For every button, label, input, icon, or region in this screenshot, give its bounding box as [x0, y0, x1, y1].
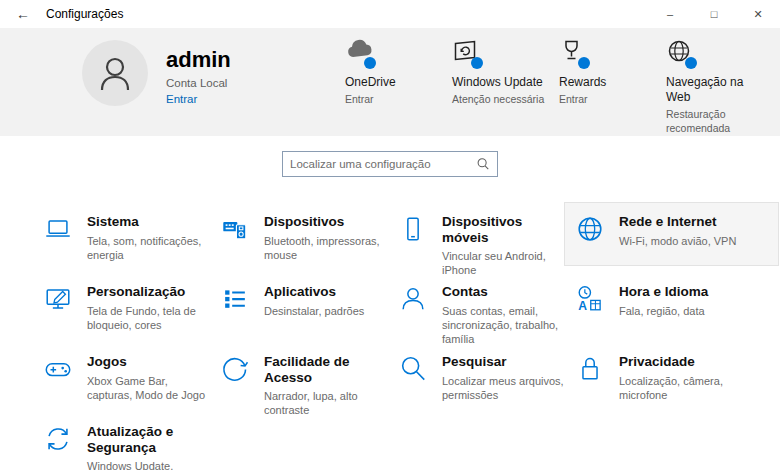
search-icon — [476, 157, 490, 171]
quick-item-onedrive[interactable]: OneDrive Entrar — [345, 38, 441, 135]
quick-status: Atenção necessária — [452, 93, 548, 107]
quick-status: Entrar — [559, 93, 655, 107]
category-personalizacao[interactable]: Personalização Tela de Fundo, tela de bl… — [33, 273, 210, 335]
category-contas[interactable]: Contas Suas contas, email, sincronização… — [388, 273, 565, 335]
close-icon: ✕ — [753, 8, 762, 21]
category-title: Contas — [442, 284, 565, 300]
category-title: Dispositivos — [264, 214, 388, 230]
status-dot — [578, 57, 590, 69]
account-section: admin Conta Local Entrar — [82, 36, 231, 106]
category-title: Hora e Idioma — [619, 284, 771, 300]
category-title: Rede e Internet — [619, 214, 778, 230]
back-arrow-icon: ← — [16, 6, 30, 22]
back-button[interactable]: ← — [0, 0, 46, 28]
status-dot — [471, 57, 483, 69]
maximize-button[interactable]: □ — [692, 0, 736, 28]
category-subtitle: Localizar meus arquivos, permissões — [442, 374, 565, 403]
search-box — [282, 151, 498, 177]
magnifier-icon — [398, 354, 428, 384]
category-subtitle: Windows Update, recuperação, backup — [87, 459, 210, 470]
header: admin Conta Local Entrar OneDrive Entrar — [0, 28, 780, 136]
category-dispositivos[interactable]: Dispositivos Bluetooth, impressoras, mou… — [210, 203, 388, 265]
category-subtitle: Bluetooth, impressoras, mouse — [264, 234, 388, 263]
category-title: Aplicativos — [264, 284, 388, 300]
category-subtitle: Fala, região, data — [619, 304, 771, 318]
onedrive-cloud-icon — [345, 38, 377, 66]
category-title: Sistema — [87, 214, 210, 230]
avatar — [82, 40, 148, 106]
quick-item-windows-update[interactable]: Windows Update Atenção necessária — [452, 38, 548, 135]
gamepad-icon — [43, 354, 73, 384]
status-dot — [685, 57, 697, 69]
category-facilidade-acesso[interactable]: Facilidade de Acesso Narrador, lupa, alt… — [210, 343, 388, 405]
category-dispositivos-moveis[interactable]: Dispositivos móveis Vincular seu Android… — [388, 203, 565, 265]
quick-label: Navegação na Web — [666, 75, 762, 105]
account-info: admin Conta Local Entrar — [166, 36, 231, 106]
category-subtitle: Xbox Game Bar, capturas, Modo de Jogo — [87, 374, 210, 403]
category-sistema[interactable]: Sistema Tela, som, notificações, energia — [33, 203, 210, 265]
web-globe-icon — [666, 38, 698, 66]
sync-icon — [43, 424, 73, 454]
category-hora-idioma[interactable]: A Hora e Idioma Fala, região, data — [565, 273, 778, 335]
search-input[interactable] — [290, 158, 476, 170]
quick-label: Rewards — [559, 75, 655, 90]
svg-text:A: A — [578, 299, 587, 313]
category-privacidade[interactable]: Privacidade Localização, câmera, microfo… — [565, 343, 778, 405]
window-title: Configurações — [46, 7, 123, 21]
windows-update-icon — [452, 38, 484, 66]
quick-status: Restauração recomendada — [666, 108, 762, 135]
category-title: Personalização — [87, 284, 210, 300]
quick-item-rewards[interactable]: Rewards Entrar — [559, 38, 655, 135]
category-atualizacao-seguranca[interactable]: Atualização e Segurança Windows Update, … — [33, 413, 210, 470]
search-row — [0, 136, 780, 177]
minimize-button[interactable]: – — [648, 0, 692, 28]
category-pesquisar[interactable]: Pesquisar Localizar meus arquivos, permi… — [388, 343, 565, 405]
category-title: Pesquisar — [442, 354, 565, 370]
category-subtitle: Wi-Fi, modo avião, VPN — [619, 234, 778, 248]
category-subtitle: Suas contas, email, sincronização, traba… — [442, 304, 565, 347]
clock-language-icon: A — [575, 284, 605, 314]
account-type: Conta Local — [166, 77, 231, 89]
category-aplicativos[interactable]: Aplicativos Desinstalar, padrões — [210, 273, 388, 335]
category-subtitle: Tela de Fundo, tela de bloqueio, cores — [87, 304, 210, 333]
category-subtitle: Localização, câmera, microfone — [619, 374, 771, 403]
quick-status-section: OneDrive Entrar Windows Update Atenção n… — [345, 38, 773, 135]
account-sign-in-link[interactable]: Entrar — [166, 93, 231, 105]
maximize-icon: □ — [711, 8, 718, 20]
category-rede-internet[interactable]: Rede e Internet Wi-Fi, modo avião, VPN — [565, 203, 778, 265]
category-title: Atualização e Segurança — [87, 424, 210, 455]
phone-icon — [398, 214, 428, 244]
apps-list-icon — [220, 284, 250, 314]
category-subtitle: Desinstalar, padrões — [264, 304, 388, 318]
category-jogos[interactable]: Jogos Xbox Game Bar, capturas, Modo de J… — [33, 343, 210, 405]
quick-item-web-browsing[interactable]: Navegação na Web Restauração recomendada — [666, 38, 762, 135]
category-title: Jogos — [87, 354, 210, 370]
person-avatar-icon — [94, 52, 136, 94]
window-controls: – □ ✕ — [648, 0, 780, 28]
rewards-icon — [559, 38, 591, 66]
quick-status: Entrar — [345, 93, 441, 107]
category-title: Privacidade — [619, 354, 771, 370]
person-icon — [398, 284, 428, 314]
lock-icon — [575, 354, 605, 384]
devices-icon — [220, 214, 250, 244]
account-name: admin — [166, 48, 231, 72]
settings-grid: Sistema Tela, som, notificações, energia… — [33, 203, 780, 470]
category-title: Dispositivos móveis — [442, 214, 565, 245]
close-button[interactable]: ✕ — [736, 0, 780, 28]
personalization-icon — [43, 284, 73, 314]
category-subtitle: Narrador, lupa, alto contraste — [264, 389, 388, 418]
laptop-icon — [43, 214, 73, 244]
status-dot — [364, 57, 376, 69]
quick-label: Windows Update — [452, 75, 548, 90]
category-title: Facilidade de Acesso — [264, 354, 388, 385]
category-subtitle: Tela, som, notificações, energia — [87, 234, 210, 263]
ease-of-access-icon — [220, 354, 250, 384]
globe-icon — [575, 214, 605, 244]
minimize-icon: – — [667, 8, 673, 20]
quick-label: OneDrive — [345, 75, 441, 90]
titlebar: ← Configurações – □ ✕ — [0, 0, 780, 28]
